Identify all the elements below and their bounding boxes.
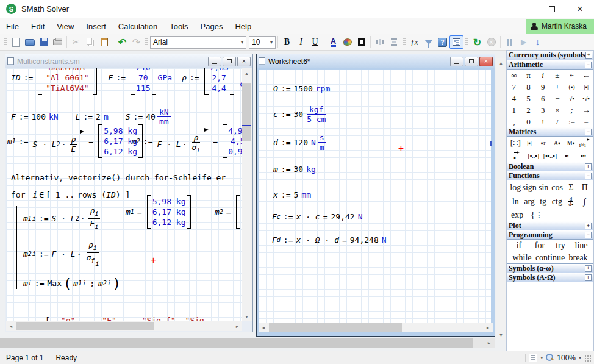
- menu-help[interactable]: Help: [229, 18, 257, 34]
- save-button[interactable]: [37, 35, 51, 49]
- toolbar-grip[interactable]: [403, 37, 406, 48]
- palette-element-2d[interactable]: ▪▪▪: [575, 152, 592, 159]
- palette-0[interactable]: 0: [521, 116, 536, 127]
- menu-calculation[interactable]: Calculation: [112, 18, 163, 34]
- palette-minus[interactable]: −: [550, 93, 565, 104]
- scroll-up-button[interactable]: ▲: [242, 68, 252, 78]
- collapse-icon[interactable]: −: [585, 232, 592, 238]
- palette-tg[interactable]: tg: [536, 197, 550, 207]
- formula-scalars-row[interactable]: F := 100 kN L := 2 m S := 40 kN mm: [11, 107, 173, 126]
- formula-fc[interactable]: Fc := x · c = 29,42 N: [272, 212, 362, 221]
- palette-line[interactable]: line: [571, 241, 592, 251]
- minimize-button[interactable]: [510, 0, 538, 18]
- collapse-icon[interactable]: −: [585, 173, 592, 179]
- palette-backspace[interactable]: ←: [579, 70, 593, 81]
- chevron-down-icon[interactable]: ▾: [579, 355, 581, 360]
- undo-button[interactable]: ↶: [115, 35, 129, 49]
- palette-matrix[interactable]: [∷]: [509, 138, 523, 148]
- palette-continue[interactable]: continue: [535, 253, 565, 263]
- palette-vectorize[interactable]: ▪: [509, 151, 525, 161]
- play-button[interactable]: ▶: [517, 35, 531, 49]
- palette-power[interactable]: ▪▪: [565, 70, 579, 81]
- palette-if[interactable]: if: [509, 241, 529, 251]
- palette-slash[interactable]: /: [550, 116, 565, 127]
- palette-sign[interactable]: sign: [523, 183, 537, 193]
- palette-cases[interactable]: {⋮: [526, 210, 548, 220]
- result-m2[interactable]: m2 = 4,91 kg 4,5 kg 0,93 kg: [215, 195, 242, 229]
- horizontal-scrollbar[interactable]: ◄ ►: [259, 323, 493, 332]
- scroll-up-button[interactable]: ▲: [496, 58, 506, 68]
- palette-while[interactable]: while: [509, 253, 535, 263]
- formula-x[interactable]: x := 5 mm: [273, 190, 311, 199]
- palette-range[interactable]: [▪..▪]: [525, 152, 542, 159]
- vertical-scrollbar[interactable]: ▲ ▼: [242, 68, 252, 321]
- scroll-right-button[interactable]: ►: [484, 338, 494, 348]
- palette-cos[interactable]: cos: [550, 183, 564, 193]
- palette-pi[interactable]: π: [521, 70, 536, 81]
- palette-plusminus[interactable]: ±: [550, 70, 565, 81]
- child-minimize-button[interactable]: [208, 57, 221, 66]
- collapse-icon[interactable]: −: [585, 62, 592, 68]
- section-matrices[interactable]: Matrices −: [507, 127, 593, 137]
- expand-icon[interactable]: +: [585, 163, 592, 170]
- scroll-down-button[interactable]: ▼: [496, 330, 506, 340]
- palette-3[interactable]: 3: [535, 104, 550, 116]
- expand-icon[interactable]: +: [585, 265, 592, 272]
- menu-view[interactable]: View: [51, 18, 80, 34]
- for-loop-header[interactable]: for i ∈ [ 1 .. rows ( ID ) ]: [11, 190, 130, 199]
- worksheet-canvas-left[interactable]: ID := "Baustahl" "Al 6061" "TiAl6V4" E :…: [6, 68, 242, 321]
- scrollbar-thumb[interactable]: [269, 323, 402, 332]
- result-m1[interactable]: m1 = 5,98 kg 6,17 kg 6,12 kg: [126, 195, 193, 229]
- formula-definitions-row[interactable]: ID := "Baustahl" "Al 6061" "TiAl6V4" E :…: [11, 68, 242, 95]
- mdi-vertical-scrollbar[interactable]: ▲ ▼: [496, 58, 506, 340]
- section-symbols-lowercase[interactable]: Symbols (α-ω) +: [507, 263, 593, 273]
- side-panel-toggle-button[interactable]: [449, 35, 463, 49]
- palette-for[interactable]: for: [529, 241, 550, 251]
- scroll-down-button[interactable]: ▼: [242, 312, 252, 321]
- scrollbar-thumb[interactable]: [242, 83, 251, 141]
- palette-evaluate-arrow[interactable]: →: [579, 104, 593, 116]
- text-region[interactable]: Alternativ, vectorize() durch for-Schlei…: [11, 173, 226, 182]
- palette-exp[interactable]: exp: [509, 210, 526, 220]
- palette-factorial[interactable]: !: [535, 116, 550, 127]
- child-restore-button[interactable]: [223, 57, 236, 66]
- palette-equals[interactable]: =: [579, 116, 593, 127]
- worksheet-canvas-right[interactable]: Ω := 1500 rpm c := 30 kgf 5 cm d := 120 …: [259, 70, 491, 324]
- palette-integral[interactable]: ∫: [578, 197, 592, 207]
- palette-7[interactable]: 7: [507, 81, 521, 93]
- palette-ln[interactable]: ln: [509, 197, 523, 207]
- palette-parentheses[interactable]: (▪): [565, 81, 579, 93]
- align-vertical-button[interactable]: [387, 35, 401, 49]
- font-color-button[interactable]: A: [326, 35, 340, 49]
- palette-divide[interactable]: ;: [565, 104, 579, 116]
- palette-summation[interactable]: Σ: [564, 183, 578, 193]
- mdi-horizontal-scrollbar[interactable]: ►: [0, 338, 495, 348]
- child-close-button[interactable]: ×: [479, 57, 493, 66]
- toolbar-grip[interactable]: [465, 37, 468, 48]
- menu-file[interactable]: File: [0, 18, 25, 34]
- help-button[interactable]: ?: [435, 35, 449, 49]
- menu-edit[interactable]: Edit: [25, 18, 51, 34]
- palette-minor[interactable]: M▪: [564, 140, 578, 146]
- section-arithmetic[interactable]: Arithmetic −: [507, 60, 593, 70]
- formula-d[interactable]: d := 120 N s m: [273, 133, 328, 152]
- scrollbar-thumb[interactable]: [0, 338, 473, 348]
- toolbar-grip[interactable]: [4, 37, 7, 48]
- resize-grip[interactable]: [584, 355, 592, 362]
- section-currency-units[interactable]: Currency units (symbols +: [507, 51, 593, 60]
- palette-decimal-comma[interactable]: ,: [507, 116, 521, 127]
- collapse-icon[interactable]: −: [585, 129, 592, 135]
- palette-imaginary[interactable]: i: [535, 70, 550, 81]
- italic-button[interactable]: I: [294, 35, 308, 49]
- page-view-icon[interactable]: [529, 354, 537, 362]
- for-loop-body[interactable]: m1i := S · L2 · ρi Ei m2i := F · L ·: [16, 206, 123, 289]
- palette-9[interactable]: 9: [535, 81, 550, 93]
- align-horizontal-button[interactable]: [373, 35, 387, 49]
- new-button[interactable]: [9, 35, 23, 49]
- palette-infinity[interactable]: ∞: [507, 70, 521, 81]
- paste-button[interactable]: [97, 35, 111, 49]
- palette-sqrt[interactable]: √▪: [565, 93, 579, 104]
- child-title-bar[interactable]: Worksheet6* ×: [257, 54, 495, 68]
- close-button[interactable]: ×: [566, 0, 594, 18]
- scroll-left-button[interactable]: ◄: [259, 323, 268, 332]
